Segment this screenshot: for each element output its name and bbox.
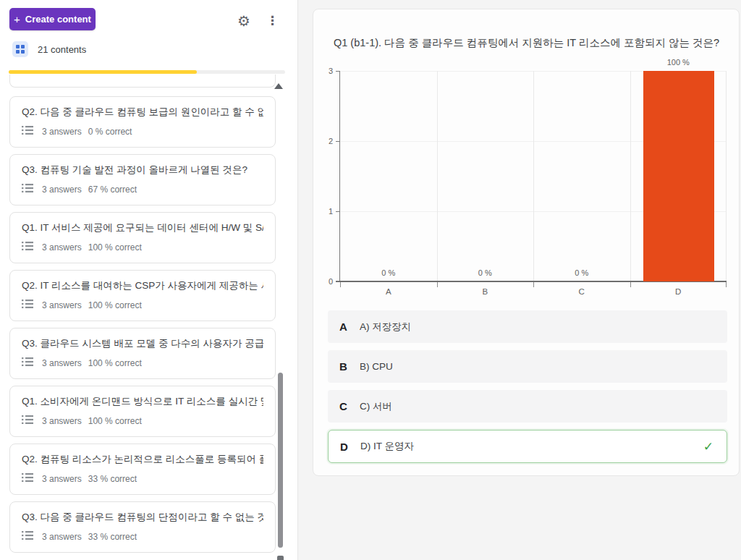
option-letter: B bbox=[339, 360, 360, 373]
correct-percent: 100 % correct bbox=[88, 358, 142, 368]
answers-count: 3 answers bbox=[42, 416, 82, 426]
answer-option-d-correct: D D) IT 운영자 ✓ bbox=[328, 430, 727, 463]
question-card[interactable]: Q3. 클라우드 시스템 배포 모델 중 다수의 사용자가 공급자가 ... 3… bbox=[9, 328, 276, 379]
correct-check-icon: ✓ bbox=[703, 439, 714, 454]
question-title: Q3. 컴퓨팅 기술 발전 과정이 올바르게 나열된 것은? bbox=[22, 164, 263, 177]
question-title: Q2. IT 리소스를 대여하는 CSP가 사용자에게 제공하는 서비스... bbox=[22, 279, 263, 292]
question-card-partial[interactable] bbox=[9, 75, 276, 88]
correct-percent: 33 % correct bbox=[88, 532, 137, 542]
x-tick-label: C bbox=[533, 287, 630, 296]
question-card[interactable]: Q3. 다음 중 클라우드 컴퓨팅의 단점이라고 할 수 없는 것은? 3 an… bbox=[9, 501, 276, 553]
plus-icon: + bbox=[14, 13, 20, 25]
correct-percent: 100 % correct bbox=[88, 300, 142, 310]
contents-grid-icon bbox=[12, 41, 28, 57]
question-title: Q2. 다음 중 클라우드 컴퓨팅 보급의 원인이라고 할 수 없는 것... bbox=[22, 106, 263, 119]
question-card[interactable]: Q2. 컴퓨팅 리소스가 논리적으로 리소스풀로 등록되어 풀 내 ... 3 … bbox=[9, 444, 276, 495]
answer-option-c: C C) 서버 bbox=[328, 390, 727, 423]
answers-count: 3 answers bbox=[42, 300, 82, 310]
question-card[interactable]: Q1. 소비자에게 온디맨드 방식으로 IT 리소스를 실시간 및 동... 3… bbox=[9, 386, 276, 437]
question-card[interactable]: Q2. 다음 중 클라우드 컴퓨팅 보급의 원인이라고 할 수 없는 것... … bbox=[9, 96, 276, 148]
question-card[interactable]: Q2. IT 리소스를 대여하는 CSP가 사용자에게 제공하는 서비스... … bbox=[9, 270, 276, 321]
y-tick-label: 2 bbox=[321, 137, 333, 145]
answers-count: 3 answers bbox=[42, 127, 82, 137]
bar-value-label: 0 % bbox=[437, 268, 534, 277]
answer-option-b: B B) CPU bbox=[328, 350, 727, 383]
contents-progress-bar bbox=[9, 70, 285, 74]
poll-question-title: Q1 (b1-1). 다음 중 클라우드 컴퓨팅에서 지원하는 IT 리소스에 … bbox=[334, 35, 724, 50]
option-text: A) 저장장치 bbox=[360, 321, 411, 334]
correct-percent: 67 % correct bbox=[88, 184, 137, 195]
poll-list-icon bbox=[22, 357, 33, 368]
answers-count: 3 answers bbox=[42, 358, 82, 368]
answers-count: 3 answers bbox=[42, 184, 82, 195]
question-title: Q3. 클라우드 시스템 배포 모델 중 다수의 사용자가 공급자가 ... bbox=[22, 337, 263, 350]
question-title: Q3. 다음 중 클라우드 컴퓨팅의 단점이라고 할 수 없는 것은? bbox=[22, 511, 263, 524]
results-area: Q1 (b1-1). 다음 중 클라우드 컴퓨팅에서 지원하는 IT 리소스에 … bbox=[298, 0, 741, 560]
correct-percent: 33 % correct bbox=[88, 474, 137, 484]
poll-list-icon bbox=[22, 473, 33, 484]
scroll-down-arrow-icon[interactable] bbox=[277, 556, 284, 560]
bar-value-label: 0 % bbox=[340, 268, 437, 277]
x-tick-label: A bbox=[340, 287, 437, 296]
option-text: B) CPU bbox=[360, 361, 393, 372]
create-content-button[interactable]: + Create content bbox=[9, 8, 96, 30]
scroll-up-arrow-icon[interactable] bbox=[274, 83, 283, 89]
correct-percent: 100 % correct bbox=[88, 416, 142, 426]
list-scrollbar-thumb[interactable] bbox=[278, 373, 283, 548]
settings-gear-icon[interactable]: ⚙ bbox=[236, 12, 252, 30]
x-tick-label: B bbox=[437, 287, 534, 296]
sidebar: + Create content ⚙ ⋮ 21 contents Q2. 다음 … bbox=[0, 0, 298, 560]
option-letter: D bbox=[340, 441, 360, 453]
option-letter: C bbox=[339, 400, 360, 412]
y-tick-label: 3 bbox=[321, 67, 333, 75]
correct-percent: 0 % correct bbox=[88, 127, 132, 137]
option-text: C) 서버 bbox=[360, 400, 392, 413]
question-title: Q2. 컴퓨팅 리소스가 논리적으로 리소스풀로 등록되어 풀 내 ... bbox=[22, 453, 263, 466]
bar-value-label: 0 % bbox=[533, 268, 630, 277]
bar-value-label: 100 % bbox=[630, 58, 727, 67]
option-letter: A bbox=[339, 321, 360, 333]
create-content-label: Create content bbox=[25, 14, 91, 25]
correct-percent: 100 % correct bbox=[88, 242, 142, 253]
question-title: Q1. IT 서비스 제공에 요구되는 데이터 센터에 H/W 및 S/W 설.… bbox=[22, 221, 263, 234]
answers-count: 3 answers bbox=[42, 474, 82, 484]
question-title: Q1. 소비자에게 온디맨드 방식으로 IT 리소스를 실시간 및 동... bbox=[22, 395, 263, 408]
y-tick-label: 1 bbox=[321, 207, 333, 216]
x-tick-label: D bbox=[630, 287, 727, 296]
poll-results-card: Q1 (b1-1). 다음 중 클라우드 컴퓨팅에서 지원하는 IT 리소스에 … bbox=[313, 9, 740, 476]
answer-options-list: A A) 저장장치 B B) CPU C C) 서버 D D) IT 운영자 ✓ bbox=[328, 310, 727, 470]
question-list: Q2. 다음 중 클라우드 컴퓨팅 보급의 원인이라고 할 수 없는 것... … bbox=[9, 96, 276, 559]
answers-count: 3 answers bbox=[42, 242, 82, 253]
option-text: D) IT 운영자 bbox=[360, 440, 414, 453]
y-tick-label: 0 bbox=[321, 277, 333, 286]
contents-summary: 21 contents bbox=[12, 41, 86, 57]
poll-list-icon bbox=[22, 126, 33, 137]
poll-list-icon bbox=[22, 531, 33, 542]
answer-option-a: A A) 저장장치 bbox=[328, 310, 727, 343]
poll-list-icon bbox=[22, 300, 33, 310]
kebab-menu-icon[interactable]: ⋮ bbox=[266, 12, 278, 30]
results-bar-chart: 3 2 1 0 0 % A 0 % B 0 % bbox=[340, 71, 727, 281]
answers-count: 3 answers bbox=[42, 532, 82, 542]
poll-list-icon bbox=[22, 242, 33, 253]
bar-option-d bbox=[643, 71, 714, 281]
contents-progress-fill bbox=[9, 70, 197, 74]
poll-list-icon bbox=[22, 415, 33, 426]
poll-list-icon bbox=[22, 184, 33, 195]
question-card[interactable]: Q3. 컴퓨팅 기술 발전 과정이 올바르게 나열된 것은? 3 answers… bbox=[9, 154, 276, 205]
contents-count-label: 21 contents bbox=[38, 44, 86, 55]
question-card[interactable]: Q1. IT 서비스 제공에 요구되는 데이터 센터에 H/W 및 S/W 설.… bbox=[9, 212, 276, 263]
